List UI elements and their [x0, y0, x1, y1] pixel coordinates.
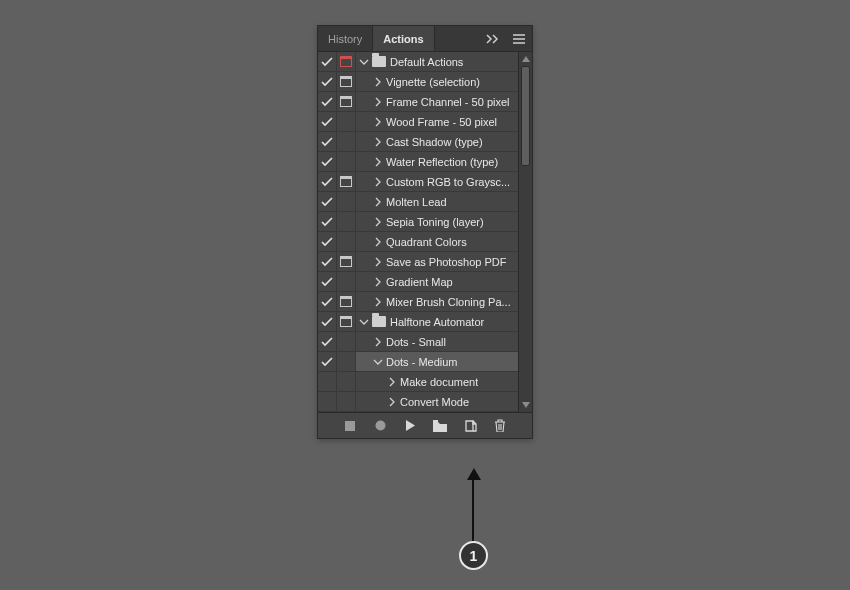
- action-row[interactable]: Water Reflection (type): [318, 152, 532, 172]
- row-body[interactable]: Molten Lead: [356, 192, 532, 211]
- disclosure-icon[interactable]: [358, 316, 370, 328]
- dialog-toggle[interactable]: [337, 252, 356, 271]
- disclosure-icon[interactable]: [372, 276, 384, 288]
- action-row[interactable]: Make document: [318, 372, 532, 392]
- disclosure-icon[interactable]: [372, 176, 384, 188]
- row-body[interactable]: Default Actions: [356, 52, 532, 71]
- action-row[interactable]: Mixer Brush Cloning Pa...: [318, 292, 532, 312]
- action-row[interactable]: Sepia Toning (layer): [318, 212, 532, 232]
- action-row[interactable]: Halftone Automator: [318, 312, 532, 332]
- toggle-checkbox[interactable]: [318, 252, 337, 271]
- action-row[interactable]: Molten Lead: [318, 192, 532, 212]
- action-row[interactable]: Convert Mode: [318, 392, 532, 412]
- panel-menu-icon[interactable]: [506, 26, 532, 51]
- dialog-toggle[interactable]: [337, 232, 356, 251]
- scrollbar-up[interactable]: [519, 52, 532, 66]
- toggle-checkbox[interactable]: [318, 132, 337, 151]
- dialog-toggle[interactable]: [337, 312, 356, 331]
- row-body[interactable]: Halftone Automator: [356, 312, 532, 331]
- row-body[interactable]: Vignette (selection): [356, 72, 532, 91]
- row-body[interactable]: Dots - Small: [356, 332, 532, 351]
- disclosure-icon[interactable]: [372, 116, 384, 128]
- toggle-checkbox[interactable]: [318, 392, 337, 411]
- action-row[interactable]: Vignette (selection): [318, 72, 532, 92]
- toggle-checkbox[interactable]: [318, 52, 337, 71]
- disclosure-icon[interactable]: [372, 76, 384, 88]
- dialog-toggle[interactable]: [337, 112, 356, 131]
- dialog-toggle[interactable]: [337, 372, 356, 391]
- row-body[interactable]: Cast Shadow (type): [356, 132, 532, 151]
- action-row[interactable]: Dots - Small: [318, 332, 532, 352]
- disclosure-icon[interactable]: [372, 156, 384, 168]
- dialog-toggle[interactable]: [337, 352, 356, 371]
- row-body[interactable]: Water Reflection (type): [356, 152, 532, 171]
- toggle-checkbox[interactable]: [318, 352, 337, 371]
- stop-button[interactable]: [339, 415, 361, 437]
- toggle-checkbox[interactable]: [318, 172, 337, 191]
- disclosure-icon[interactable]: [372, 136, 384, 148]
- disclosure-icon[interactable]: [372, 296, 384, 308]
- toggle-checkbox[interactable]: [318, 72, 337, 91]
- toggle-checkbox[interactable]: [318, 272, 337, 291]
- row-body[interactable]: Mixer Brush Cloning Pa...: [356, 292, 532, 311]
- disclosure-icon[interactable]: [372, 216, 384, 228]
- new-action-button[interactable]: [459, 415, 481, 437]
- dialog-toggle[interactable]: [337, 192, 356, 211]
- row-body[interactable]: Gradient Map: [356, 272, 532, 291]
- new-set-button[interactable]: [429, 415, 451, 437]
- scrollbar-down[interactable]: [519, 398, 532, 412]
- toggle-checkbox[interactable]: [318, 212, 337, 231]
- tab-history[interactable]: History: [318, 26, 373, 51]
- toggle-checkbox[interactable]: [318, 192, 337, 211]
- action-row[interactable]: Frame Channel - 50 pixel: [318, 92, 532, 112]
- toggle-checkbox[interactable]: [318, 312, 337, 331]
- toggle-checkbox[interactable]: [318, 92, 337, 111]
- disclosure-icon[interactable]: [372, 236, 384, 248]
- action-row[interactable]: Save as Photoshop PDF: [318, 252, 532, 272]
- scrollbar[interactable]: [518, 52, 532, 412]
- row-body[interactable]: Sepia Toning (layer): [356, 212, 532, 231]
- disclosure-icon[interactable]: [372, 356, 384, 368]
- row-body[interactable]: Wood Frame - 50 pixel: [356, 112, 532, 131]
- play-button[interactable]: [399, 415, 421, 437]
- actions-list[interactable]: Default ActionsVignette (selection)Frame…: [318, 52, 532, 412]
- dialog-toggle[interactable]: [337, 52, 356, 71]
- scrollbar-thumb[interactable]: [521, 66, 530, 166]
- row-body[interactable]: Frame Channel - 50 pixel: [356, 92, 532, 111]
- toggle-checkbox[interactable]: [318, 232, 337, 251]
- action-row[interactable]: Dots - Medium: [318, 352, 532, 372]
- dialog-toggle[interactable]: [337, 92, 356, 111]
- action-row[interactable]: Wood Frame - 50 pixel: [318, 112, 532, 132]
- dialog-toggle[interactable]: [337, 332, 356, 351]
- disclosure-icon[interactable]: [372, 96, 384, 108]
- action-row[interactable]: Custom RGB to Graysc...: [318, 172, 532, 192]
- dialog-toggle[interactable]: [337, 272, 356, 291]
- disclosure-icon[interactable]: [386, 396, 398, 408]
- action-row[interactable]: Cast Shadow (type): [318, 132, 532, 152]
- dialog-toggle[interactable]: [337, 72, 356, 91]
- row-body[interactable]: Save as Photoshop PDF: [356, 252, 532, 271]
- dialog-toggle[interactable]: [337, 212, 356, 231]
- dialog-toggle[interactable]: [337, 172, 356, 191]
- action-row[interactable]: Quadrant Colors: [318, 232, 532, 252]
- row-body[interactable]: Quadrant Colors: [356, 232, 532, 251]
- toggle-checkbox[interactable]: [318, 372, 337, 391]
- record-button[interactable]: [369, 415, 391, 437]
- disclosure-icon[interactable]: [358, 56, 370, 68]
- disclosure-icon[interactable]: [372, 196, 384, 208]
- toggle-checkbox[interactable]: [318, 152, 337, 171]
- dialog-toggle[interactable]: [337, 392, 356, 411]
- action-row[interactable]: Gradient Map: [318, 272, 532, 292]
- trash-button[interactable]: [489, 415, 511, 437]
- toggle-checkbox[interactable]: [318, 332, 337, 351]
- row-body[interactable]: Dots - Medium: [356, 352, 532, 371]
- disclosure-icon[interactable]: [372, 336, 384, 348]
- collapse-icon[interactable]: [480, 26, 506, 51]
- dialog-toggle[interactable]: [337, 152, 356, 171]
- dialog-toggle[interactable]: [337, 132, 356, 151]
- dialog-toggle[interactable]: [337, 292, 356, 311]
- row-body[interactable]: Custom RGB to Graysc...: [356, 172, 532, 191]
- disclosure-icon[interactable]: [372, 256, 384, 268]
- row-body[interactable]: Make document: [356, 372, 532, 391]
- row-body[interactable]: Convert Mode: [356, 392, 532, 411]
